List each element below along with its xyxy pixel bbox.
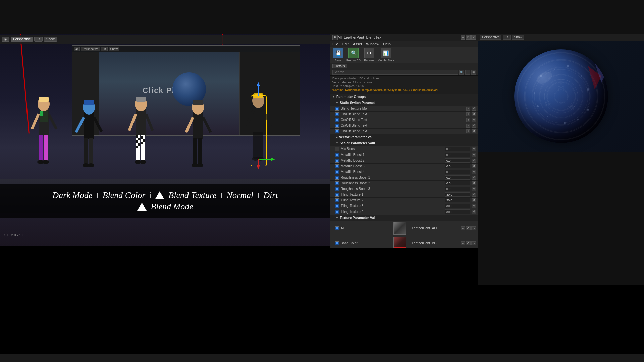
nested-btn-1[interactable]: ◉ <box>74 47 80 51</box>
preview-perspective-btn[interactable]: Perspective <box>480 35 501 40</box>
scalar-val-1[interactable]: 0.0 <box>445 153 470 157</box>
scalar-check-1[interactable] <box>335 153 339 157</box>
scalar-name-1: Metallic Boost 1 <box>341 153 443 157</box>
params-filter-btn[interactable]: ☰ <box>465 70 470 75</box>
scalar-check-t4[interactable] <box>335 210 339 214</box>
scalar-btn-t1[interactable]: ↺ <box>472 193 476 197</box>
menu-help[interactable]: Help <box>383 42 391 46</box>
tex-find-btn-ao[interactable]: ↺ <box>466 226 471 230</box>
viewport-lit-btn[interactable]: Lit <box>34 37 43 42</box>
static-check-3[interactable] <box>335 118 339 122</box>
tex-find-btn-bc[interactable]: ↺ <box>466 241 471 245</box>
texture-check-ao[interactable] <box>335 226 339 230</box>
scalar-check-r1[interactable] <box>335 176 339 180</box>
close-btn[interactable]: ✕ <box>471 35 476 40</box>
scalar-val-r2[interactable]: 0.0 <box>445 181 470 185</box>
scalar-check-4[interactable] <box>335 170 339 174</box>
minimize-btn[interactable]: ─ <box>461 35 465 40</box>
params-view-btn[interactable]: ⊞ <box>471 70 476 75</box>
static-action-3a[interactable]: ↑ <box>466 118 470 122</box>
maximize-btn[interactable]: □ <box>466 35 471 40</box>
scalar-val-t3[interactable]: 30.0 <box>445 204 470 208</box>
status-bar <box>0 354 644 362</box>
scalar-btn-1[interactable]: ↺ <box>472 153 476 157</box>
static-check-5[interactable] <box>335 129 339 133</box>
scalar-check-t1[interactable] <box>335 193 339 197</box>
tex-use-btn-bc[interactable]: ← <box>461 241 465 245</box>
tool-mobile-stats[interactable]: 📊 Mobile Stats <box>378 48 394 62</box>
tex-browse-btn-ao[interactable]: ▷ <box>471 226 476 230</box>
scalar-check-mix[interactable] <box>335 147 339 151</box>
texture-check-bc[interactable] <box>335 241 339 245</box>
details-tab-label[interactable]: Details <box>332 64 347 68</box>
scalar-btn-t3[interactable]: ↺ <box>472 204 476 208</box>
scalar-check-r2[interactable] <box>335 181 339 185</box>
static-check-4[interactable] <box>335 124 339 128</box>
param-groups-header[interactable]: ▼ Parameter Groups <box>330 94 478 100</box>
scalar-btn-mix[interactable]: ↺ <box>472 147 476 151</box>
tex-use-btn-ao[interactable]: ← <box>461 226 465 230</box>
scalar-val-t1[interactable]: 30.0 <box>445 192 470 197</box>
static-action-4b[interactable]: ↺ <box>472 124 476 128</box>
static-action-5a[interactable]: ↑ <box>466 129 470 133</box>
scalar-val-mix[interactable]: 0.0 <box>445 147 470 151</box>
svg-rect-52 <box>253 132 258 159</box>
vector-param-header[interactable]: ▶ Vector Parameter Valu <box>330 134 478 140</box>
scalar-btn-r1[interactable]: ↺ <box>472 176 476 180</box>
static-action-3b[interactable]: ↺ <box>472 118 476 122</box>
svg-line-24 <box>146 114 153 131</box>
scalar-btn-t2[interactable]: ↺ <box>472 198 476 202</box>
scalar-val-r1[interactable]: 0.0 <box>445 175 470 180</box>
scalar-btn-4[interactable]: ↺ <box>472 170 476 174</box>
scalar-check-t3[interactable] <box>335 204 339 208</box>
svg-rect-17 <box>89 138 93 165</box>
preview-lit-btn[interactable]: Lit <box>503 35 511 40</box>
scalar-val-4[interactable]: 0.0 <box>445 170 470 174</box>
scalar-val-2[interactable]: 0.0 <box>445 158 470 163</box>
scalar-check-t2[interactable] <box>335 198 339 202</box>
scalar-param-header[interactable]: ▼ Scalar Parameter Valu <box>330 140 478 146</box>
static-action-2b[interactable]: ↺ <box>472 112 476 116</box>
static-action-2a[interactable]: ↑ <box>466 112 470 116</box>
static-action-5b[interactable]: ↺ <box>472 129 476 133</box>
tex-browse-btn-bc[interactable]: ▷ <box>471 241 476 245</box>
scalar-check-2[interactable] <box>335 159 339 163</box>
scalar-btn-3[interactable]: ↺ <box>472 164 476 168</box>
svg-rect-8 <box>40 111 43 116</box>
static-check-2[interactable] <box>335 112 339 116</box>
texture-param-header[interactable]: ▼ Texture Parameter Val <box>330 215 478 221</box>
menu-window[interactable]: Window <box>366 42 379 46</box>
scalar-btn-2[interactable]: ↺ <box>472 159 476 163</box>
scalar-btn-t4[interactable]: ↺ <box>472 210 476 214</box>
menu-file[interactable]: File <box>332 42 338 46</box>
viewport-show-btn[interactable]: Show <box>44 37 57 42</box>
tool-params[interactable]: ⚙ Params <box>364 48 374 62</box>
tool-save[interactable]: 💾 Save <box>333 48 343 62</box>
scalar-check-3[interactable] <box>335 164 339 168</box>
main-viewport[interactable]: ◉ Perspective Lit Show Click Play <box>0 0 330 246</box>
scalar-val-t4[interactable]: 30.0 <box>445 209 470 214</box>
viewport-perspective-btn[interactable]: Perspective <box>11 37 33 42</box>
static-switch-header[interactable]: ▼ Static Switch Paramet <box>330 100 478 106</box>
menu-asset[interactable]: Asset <box>353 42 362 46</box>
static-action-1b[interactable]: ↺ <box>472 107 476 111</box>
nested-btn-lit[interactable]: Lit <box>101 47 108 51</box>
static-action-4a[interactable]: ↑ <box>466 124 470 128</box>
scalar-val-t2[interactable]: 30.0 <box>445 198 470 202</box>
scalar-btn-r2[interactable]: ↺ <box>472 181 476 185</box>
static-check-1[interactable] <box>335 107 339 111</box>
nested-btn-perspective[interactable]: Perspective <box>81 47 100 51</box>
preview-show-btn[interactable]: Show <box>512 35 524 40</box>
params-search-input[interactable] <box>332 70 458 75</box>
scalar-btn-r3[interactable]: ↺ <box>472 187 476 191</box>
tool-find-cb[interactable]: 🔍 Find in CB <box>346 48 361 62</box>
menu-edit[interactable]: Edit <box>342 42 349 46</box>
static-action-1a[interactable]: ↑ <box>466 107 470 111</box>
params-search-button[interactable]: 🔍 <box>459 70 464 75</box>
scalar-check-r3[interactable] <box>335 187 339 191</box>
svg-point-67 <box>554 69 555 70</box>
scalar-val-r3[interactable]: 0.0 <box>445 187 470 191</box>
scalar-val-3[interactable]: 0.0 <box>445 164 470 168</box>
nested-btn-show[interactable]: Show <box>109 47 120 51</box>
viewport-toggle-btn[interactable]: ◉ <box>2 37 9 42</box>
